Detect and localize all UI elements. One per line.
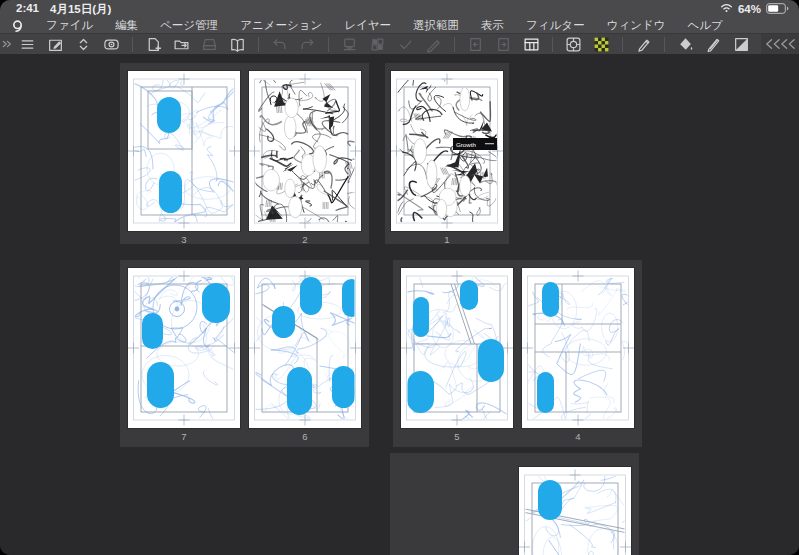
main-menu-button[interactable]: [16, 35, 39, 53]
double-chevrons-left-icon: [764, 38, 796, 50]
redo-icon: [299, 36, 316, 53]
import-button: [198, 35, 221, 53]
status-date: 4月15日(月): [50, 2, 111, 17]
canvas[interactable]: 32Growth17654: [0, 54, 799, 555]
page-plus-icon: [145, 36, 162, 53]
open-file-button[interactable]: [170, 35, 193, 53]
page-number-5: 5: [401, 431, 513, 442]
bucket-icon: [677, 36, 694, 53]
spread-pages-7-6: 76: [120, 260, 369, 447]
menu-item-page-management[interactable]: ページ管理: [149, 18, 229, 33]
collapse-panels-button[interactable]: [72, 35, 95, 53]
collapse-right-panel[interactable]: [761, 34, 799, 54]
pen-square-icon: [47, 36, 64, 53]
pattern-icon: [369, 36, 386, 53]
svg-text:Growth: Growth: [456, 141, 477, 148]
target-icon: [565, 36, 582, 53]
edit-page-button[interactable]: [44, 35, 67, 53]
gradient-tool-button[interactable]: [730, 35, 753, 53]
menu-item-selection[interactable]: 選択範囲: [402, 18, 470, 33]
wifi-icon: [720, 3, 733, 15]
grid-icon: [523, 36, 540, 53]
pen2-icon: [705, 36, 722, 53]
pen-icon: [635, 36, 652, 53]
menu-item-filter[interactable]: フィルター: [515, 18, 596, 33]
page-art: [249, 268, 361, 428]
transparency-checker-button[interactable]: [590, 35, 613, 53]
toolbar-separator: [454, 37, 455, 52]
new-page-button[interactable]: [142, 35, 165, 53]
spread-pages-8: [390, 453, 639, 555]
check-icon: [397, 36, 414, 53]
toolbar-separator: [664, 37, 665, 52]
menu-item-window[interactable]: ウィンドウ: [596, 18, 677, 33]
clip-studio-paint-window: 2:41 4月15日(月) 64%: [0, 0, 799, 555]
menu-item-file[interactable]: ファイル: [35, 18, 104, 33]
draft-pen-button: [422, 35, 445, 53]
next-page-button: [492, 35, 515, 53]
page-art: [128, 268, 240, 428]
tray-icon: [201, 36, 218, 53]
menu-item-animation[interactable]: アニメーション: [229, 18, 333, 33]
pattern-button: [366, 35, 389, 53]
page-number-4: 4: [522, 431, 634, 442]
battery-percent: 64%: [738, 3, 761, 15]
page-thumbnail-2[interactable]: [249, 71, 361, 231]
material-button: [338, 35, 361, 53]
page-art: [128, 71, 240, 231]
menu-items: ファイル編集ページ管理アニメーションレイヤー選択範囲表示フィルターウィンドウヘル…: [35, 18, 734, 33]
fill-tool-button[interactable]: [674, 35, 697, 53]
menu-item-help[interactable]: ヘルプ: [677, 18, 734, 33]
spread-pages-1: Growth1: [385, 63, 509, 244]
contrast-icon: [733, 36, 750, 53]
page-thumbnail-4[interactable]: [522, 268, 634, 428]
expand-toolbar-icon[interactable]: [1, 36, 13, 54]
toolbar-separator: [552, 37, 553, 52]
registration-marks-button[interactable]: [562, 35, 585, 53]
page-art: [519, 467, 631, 555]
menu-bar: ファイル編集ページ管理アニメーションレイヤー選択範囲表示フィルターウィンドウヘル…: [0, 18, 799, 33]
page-thumbnail-7[interactable]: [128, 268, 240, 428]
toolbar-separator: [132, 37, 133, 52]
page-number-7: 7: [128, 431, 240, 442]
toolbar: [0, 33, 799, 54]
folder-icon: [173, 36, 190, 53]
eye-icon: [103, 36, 120, 53]
page-number-1: 1: [391, 234, 503, 244]
page-thumbnail-8[interactable]: [519, 467, 631, 555]
page-number-3: 3: [128, 234, 240, 244]
page-number-2: 2: [249, 234, 361, 244]
undo-icon: [271, 36, 288, 53]
menu-item-view[interactable]: 表示: [470, 18, 515, 33]
menu-item-layer[interactable]: レイヤー: [333, 18, 402, 33]
prev-page-button: [464, 35, 487, 53]
battery-icon: [766, 3, 789, 16]
thumbnail-grid-view-button[interactable]: [520, 35, 543, 53]
page-number-6: 6: [249, 431, 361, 442]
stamp-icon: [341, 36, 358, 53]
page-thumbnail-1[interactable]: Growth: [391, 71, 503, 231]
clip-studio-logo[interactable]: [10, 19, 25, 33]
pen-tool-button[interactable]: [632, 35, 655, 53]
page-thumbnail-6[interactable]: [249, 268, 361, 428]
brush-tool-button[interactable]: [702, 35, 725, 53]
story-pages-button[interactable]: [226, 35, 249, 53]
status-bar: 2:41 4月15日(月) 64%: [0, 0, 799, 18]
undo-button: [268, 35, 291, 53]
toolbar-separator: [258, 37, 259, 52]
page-right-icon: [495, 36, 512, 53]
spread-pages-5-4: 54: [393, 260, 642, 447]
view-settings-button[interactable]: [100, 35, 123, 53]
spread-pages-3-2: 32: [120, 63, 369, 244]
page-art: [522, 268, 634, 428]
redo-button: [296, 35, 319, 53]
menu-item-edit[interactable]: 編集: [104, 18, 149, 33]
menu-icon: [19, 36, 36, 53]
updown-icon: [75, 36, 92, 53]
page-thumbnail-5[interactable]: [401, 268, 513, 428]
page-art: Growth: [391, 71, 503, 231]
page-left-icon: [467, 36, 484, 53]
page-thumbnail-3[interactable]: [128, 71, 240, 231]
page-art: [401, 268, 513, 428]
confirm-button: [394, 35, 417, 53]
